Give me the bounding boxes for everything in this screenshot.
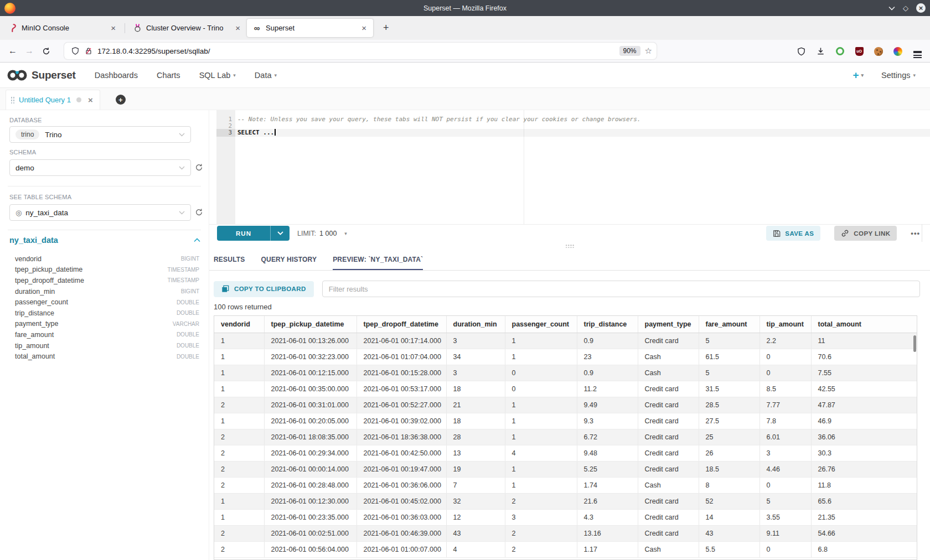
- maximize-icon[interactable]: ◇: [903, 4, 908, 12]
- table-cell: 28: [446, 429, 505, 445]
- run-button[interactable]: RUN: [217, 226, 290, 241]
- tab-query-history[interactable]: QUERY HISTORY: [261, 250, 317, 270]
- table-cell: 2021-06-01 00:32:23.000: [264, 349, 356, 365]
- table-cell: 2021-06-01 00:31:01.000: [264, 397, 356, 413]
- table-cell: 0.9: [577, 333, 638, 349]
- tab-close-icon[interactable]: ×: [360, 23, 368, 33]
- pane-splitter[interactable]: [209, 242, 930, 250]
- column-header[interactable]: trip_distance: [577, 316, 638, 333]
- save-as-button[interactable]: SAVE AS: [766, 226, 820, 241]
- table-cell: 7.77: [760, 397, 811, 413]
- brand-name: Superset: [32, 69, 76, 81]
- protection-shield-icon[interactable]: [796, 46, 806, 56]
- table-cell: 2021-06-01 01:00:07.000: [356, 541, 446, 557]
- rows-returned-text: 100 rows returned: [214, 303, 272, 311]
- reload-button[interactable]: [38, 47, 54, 55]
- table-scrollbar[interactable]: [913, 335, 916, 352]
- table-cell: 1: [214, 333, 264, 349]
- minimize-icon[interactable]: [888, 6, 895, 11]
- zoom-level-badge[interactable]: 90%: [619, 46, 640, 56]
- nav-data[interactable]: Data▾: [255, 71, 277, 80]
- column-header[interactable]: vendorid: [214, 316, 264, 333]
- copy-to-clipboard-button[interactable]: COPY TO CLIPBOARD: [214, 281, 314, 297]
- column-header[interactable]: duration_min: [446, 316, 505, 333]
- tab-close-icon[interactable]: ×: [234, 23, 241, 33]
- download-icon[interactable]: [815, 46, 825, 56]
- tab-separator: [125, 23, 125, 33]
- table-cell: 3: [446, 365, 505, 381]
- refresh-schema-icon[interactable]: [195, 163, 203, 172]
- table-cell: Credit card: [638, 445, 699, 461]
- table-cell: 2021-06-01 00:12:30.000: [264, 493, 356, 509]
- nav-sql-lab[interactable]: SQL Lab▾: [199, 71, 236, 80]
- table-cell: Cash: [638, 365, 699, 381]
- query-tab[interactable]: Untitled Query 1 ×: [6, 90, 100, 110]
- table-cell: 2: [214, 525, 264, 541]
- ublock-origin-icon[interactable]: uO: [854, 46, 864, 56]
- address-bar[interactable]: 172.18.0.4:32295/superset/sqllab/ 90% ☆: [64, 43, 657, 59]
- column-header[interactable]: tpep_dropoff_datetime: [356, 316, 446, 333]
- new-tab-button[interactable]: +: [380, 22, 392, 34]
- drag-handle-icon[interactable]: [11, 96, 14, 103]
- table-cell: Cash: [638, 541, 699, 557]
- column-header[interactable]: payment_type: [638, 316, 699, 333]
- table-cell: 18.5: [699, 461, 760, 477]
- query-tab-close-icon[interactable]: ×: [88, 95, 93, 105]
- table-cell: 61.5: [699, 349, 760, 365]
- menu-hamburger-icon[interactable]: [912, 46, 922, 56]
- column-header[interactable]: total_amount: [811, 316, 917, 333]
- more-options-button[interactable]: •••: [911, 229, 920, 237]
- schema-select[interactable]: demo: [9, 159, 191, 176]
- column-header[interactable]: tpep_pickup_datetime: [264, 316, 356, 333]
- table-cell: 2021-06-01 00:36:06.000: [356, 477, 446, 493]
- table-schema-title[interactable]: ny_taxi_data: [9, 236, 58, 245]
- pane-edge: [922, 224, 922, 242]
- nav-charts[interactable]: Charts: [157, 71, 180, 80]
- superset-logo[interactable]: Superset: [7, 69, 76, 81]
- settings-menu[interactable]: Settings▾: [881, 71, 916, 80]
- column-header[interactable]: fare_amount: [699, 316, 760, 333]
- table-cell: 5: [699, 365, 760, 381]
- browser-tab-superset[interactable]: ∞ Superset ×: [247, 19, 373, 37]
- insecure-lock-icon[interactable]: [85, 46, 92, 55]
- collapse-chevron-up-icon[interactable]: [194, 238, 200, 242]
- schema-column-row: trip_distanceDOUBLE: [15, 308, 199, 319]
- refresh-table-icon[interactable]: [195, 208, 203, 216]
- table-cell: 9.11: [760, 525, 811, 541]
- filter-results-input[interactable]: [322, 281, 920, 297]
- column-name: total_amount: [15, 352, 177, 360]
- table-cell: 25: [699, 429, 760, 445]
- bookmark-star-icon[interactable]: ☆: [645, 46, 652, 56]
- extension-pinwheel-icon[interactable]: [893, 46, 903, 56]
- chevron-down-icon: [179, 166, 185, 170]
- column-header[interactable]: tip_amount: [760, 316, 811, 333]
- close-icon[interactable]: ×: [916, 3, 926, 13]
- shield-icon[interactable]: [71, 46, 79, 55]
- nav-dashboards[interactable]: Dashboards: [95, 71, 138, 80]
- tab-results[interactable]: RESULTS: [214, 250, 245, 270]
- add-new-button[interactable]: +▾: [852, 69, 864, 81]
- table-cell: 1: [214, 365, 264, 381]
- table-cell: 52: [699, 493, 760, 509]
- table-cell: 6.01: [760, 429, 811, 445]
- add-query-tab-button[interactable]: +: [116, 95, 126, 105]
- run-options-chevron-icon[interactable]: [270, 226, 290, 241]
- table-cell: 21.6: [577, 493, 638, 509]
- table-select[interactable]: ◎ ny_taxi_data: [9, 204, 191, 221]
- cookie-icon[interactable]: [874, 46, 884, 56]
- table-cell: Credit card: [638, 413, 699, 429]
- forward-button[interactable]: →: [21, 46, 38, 56]
- database-select[interactable]: trino Trino: [9, 126, 191, 143]
- browser-tab-trino[interactable]: Cluster Overview - Trino ×: [127, 19, 247, 37]
- column-header[interactable]: passenger_count: [505, 316, 577, 333]
- table-icon: ◎: [16, 209, 22, 217]
- editor-code-line: SELECT ...: [237, 129, 930, 137]
- sql-editor[interactable]: 1 2 3 -- Note: Unless you save your quer…: [209, 110, 930, 224]
- limit-dropdown[interactable]: LIMIT:1 000 ▾: [297, 230, 347, 237]
- back-button[interactable]: ←: [4, 46, 21, 56]
- extension-green-icon[interactable]: [835, 46, 845, 56]
- browser-tab-minio[interactable]: MinIO Console ×: [3, 19, 122, 37]
- copy-link-button[interactable]: COPY LINK: [834, 226, 897, 241]
- tab-preview-ny-taxi-data[interactable]: PREVIEW: `NY_TAXI_DATA`: [333, 250, 423, 270]
- tab-close-icon[interactable]: ×: [110, 23, 117, 33]
